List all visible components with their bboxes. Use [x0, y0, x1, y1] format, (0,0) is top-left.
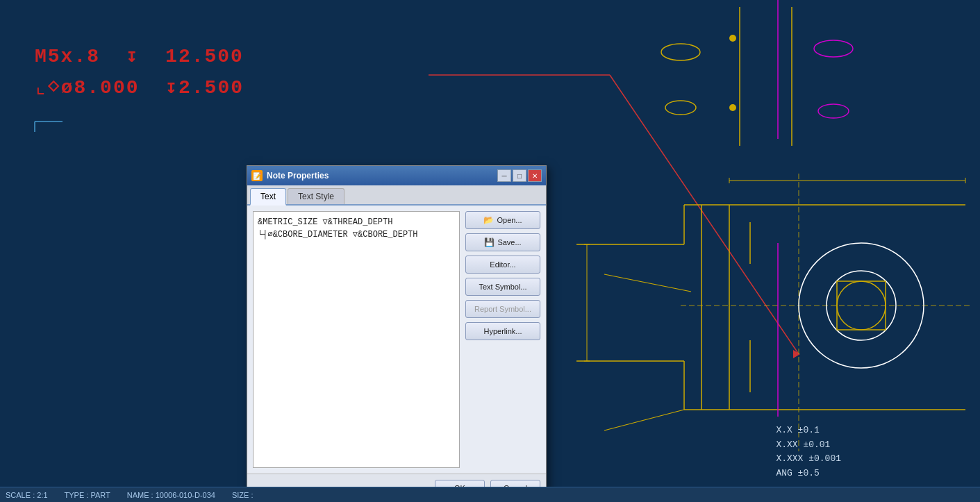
save-button[interactable]: 💾 Save... [465, 233, 540, 251]
close-button[interactable]: ✕ [528, 169, 542, 182]
svg-marker-2 [793, 350, 800, 358]
svg-rect-18 [837, 281, 886, 330]
dialog-app-icon: 📝 [251, 170, 263, 181]
svg-point-16 [827, 271, 896, 340]
open-icon: 📂 [483, 215, 494, 225]
svg-line-36 [604, 410, 684, 430]
svg-point-27 [661, 44, 700, 60]
restore-button[interactable]: □ [513, 169, 526, 182]
text-symbol-button[interactable]: Text Symbol... [465, 278, 540, 296]
open-button[interactable]: 📂 Open... [465, 211, 540, 229]
status-size: SIZE : [232, 491, 254, 499]
svg-point-29 [729, 35, 736, 42]
svg-line-35 [604, 274, 691, 292]
dialog-tabs: Text Text Style [247, 185, 546, 206]
status-type: TYPE : PART [65, 491, 110, 499]
cad-annotation-line2: ⌞⋄ø8.000 ↧2.500 [35, 73, 244, 104]
save-icon: 💾 [484, 237, 495, 247]
action-buttons-panel: 📂 Open... 💾 Save... Editor... Text Symbo… [465, 211, 540, 468]
cad-annotations: M5x.8 ↧ 12.500 ⌞⋄ø8.000 ↧2.500 [35, 42, 244, 104]
note-properties-dialog: 📝 Note Properties ─ □ ✕ Text Text Style … [247, 165, 547, 502]
svg-point-30 [729, 104, 736, 111]
editor-button[interactable]: Editor... [465, 256, 540, 274]
dialog-content: &METRIC_SIZE ▽&THREAD_DEPTH └┤⌀&CBORE_DI… [247, 206, 546, 474]
svg-point-31 [814, 40, 853, 57]
hyperlink-button[interactable]: Hyperlink... [465, 322, 540, 340]
svg-point-32 [818, 104, 849, 118]
svg-line-1 [610, 75, 799, 354]
dialog-title: Note Properties [267, 171, 329, 181]
report-symbol-button[interactable]: Report Symbol... [465, 300, 540, 318]
tab-text[interactable]: Text [250, 188, 286, 206]
precision-tolerance-box: X.X ±0.1 X.XX ±0.01 X.XXX ±0.001 ANG ±0.… [776, 424, 841, 481]
dialog-title-area: 📝 Note Properties [251, 170, 329, 181]
svg-point-15 [799, 243, 924, 368]
status-scale: SCALE : 2:1 [6, 491, 48, 499]
dialog-titlebar[interactable]: 📝 Note Properties ─ □ ✕ [247, 166, 546, 185]
minimize-button[interactable]: ─ [497, 169, 511, 182]
text-editor[interactable]: &METRIC_SIZE ▽&THREAD_DEPTH └┤⌀&CBORE_DI… [253, 211, 460, 468]
status-name: NAME : 10006-010-D-034 [127, 491, 215, 499]
svg-point-17 [837, 281, 886, 330]
status-bar: SCALE : 2:1 TYPE : PART NAME : 10006-010… [0, 487, 980, 502]
cad-annotation-line1: M5x.8 ↧ 12.500 [35, 42, 244, 73]
window-controls: ─ □ ✕ [497, 169, 542, 182]
svg-point-28 [665, 101, 696, 115]
tab-text-style[interactable]: Text Style [288, 188, 344, 204]
